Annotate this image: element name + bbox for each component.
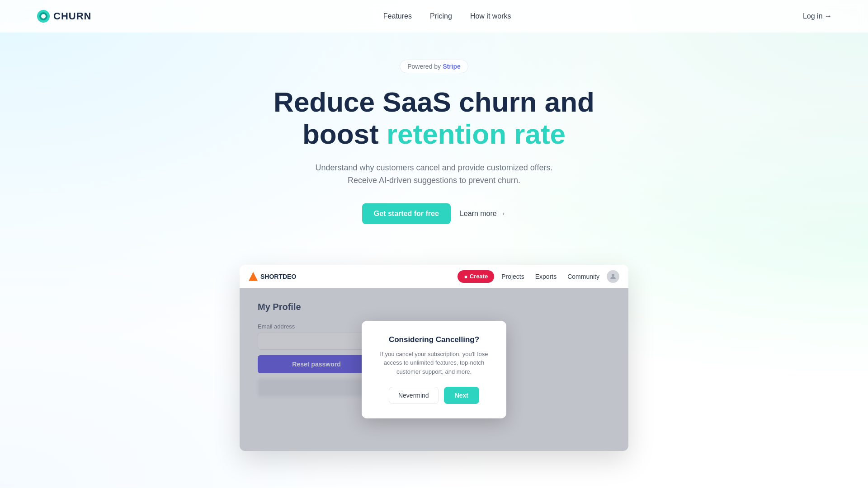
hero-subtitle-line2: Receive AI-driven suggestions to prevent… <box>348 176 520 185</box>
demo-container: SHORTDEO ● Create Projects Exports Commu… <box>0 265 868 451</box>
nav-pricing[interactable]: Pricing <box>430 12 452 20</box>
svg-point-2 <box>41 14 46 19</box>
hero-title: Reduce SaaS churn and boost retention ra… <box>274 86 594 150</box>
demo-nav-exports[interactable]: Exports <box>535 273 557 280</box>
get-started-button[interactable]: Get started for free <box>362 203 451 224</box>
learn-more-button[interactable]: Learn more → <box>460 210 506 218</box>
svg-point-3 <box>612 274 614 277</box>
demo-nav-links: Projects Exports Community <box>501 273 599 280</box>
demo-nav-projects[interactable]: Projects <box>501 273 524 280</box>
hero-subtitle-line1: Understand why customers cancel and prov… <box>316 163 553 172</box>
plus-icon: ● <box>464 273 467 280</box>
demo-create-button[interactable]: ● Create <box>458 270 494 283</box>
demo-modal-body: If you cancel your subscription, you'll … <box>378 350 490 376</box>
shortdeo-logo-icon <box>249 272 258 281</box>
demo-create-label: Create <box>470 273 488 280</box>
user-icon <box>609 273 617 280</box>
demo-nav-right: ● Create Projects Exports Community <box>458 270 619 283</box>
churn-logo-icon <box>36 9 51 23</box>
powered-by-text: Powered by <box>407 63 441 70</box>
navbar: CHURN Features Pricing How it works Log … <box>0 0 868 33</box>
demo-navbar: SHORTDEO ● Create Projects Exports Commu… <box>240 265 628 288</box>
demo-window: SHORTDEO ● Create Projects Exports Commu… <box>240 265 628 451</box>
nav-links: Features Pricing How it works <box>383 12 511 20</box>
demo-avatar[interactable] <box>607 270 619 283</box>
hero-title-accent: retention rate <box>387 118 566 150</box>
demo-logo-text: SHORTDEO <box>260 273 296 280</box>
hero-title-line1: Reduce SaaS churn and <box>274 86 594 117</box>
hero-subtitle: Understand why customers cancel and prov… <box>316 161 553 188</box>
stripe-link[interactable]: Stripe <box>443 63 461 70</box>
hero-title-line2-plain: boost <box>302 118 387 150</box>
logo-link[interactable]: CHURN <box>36 9 91 23</box>
demo-logo: SHORTDEO <box>249 272 296 281</box>
nav-features[interactable]: Features <box>383 12 412 20</box>
next-button[interactable]: Next <box>444 387 479 404</box>
demo-modal-title: Considering Cancelling? <box>378 335 490 344</box>
hero-section: Powered by Stripe Reduce SaaS churn and … <box>0 33 868 265</box>
hero-actions: Get started for free Learn more → <box>362 203 506 224</box>
demo-modal: Considering Cancelling? If you cancel yo… <box>362 321 506 419</box>
nevermind-button[interactable]: Nevermind <box>389 387 439 404</box>
logo-text: CHURN <box>53 10 91 22</box>
demo-modal-overlay: Considering Cancelling? If you cancel yo… <box>240 288 628 451</box>
demo-modal-actions: Nevermind Next <box>378 387 490 404</box>
nav-how-it-works[interactable]: How it works <box>470 12 511 20</box>
login-link[interactable]: Log in → <box>803 12 832 20</box>
demo-content: My Profile Email address Reset password … <box>240 288 628 451</box>
powered-by-badge: Powered by Stripe <box>400 60 468 73</box>
demo-nav-community[interactable]: Community <box>567 273 599 280</box>
